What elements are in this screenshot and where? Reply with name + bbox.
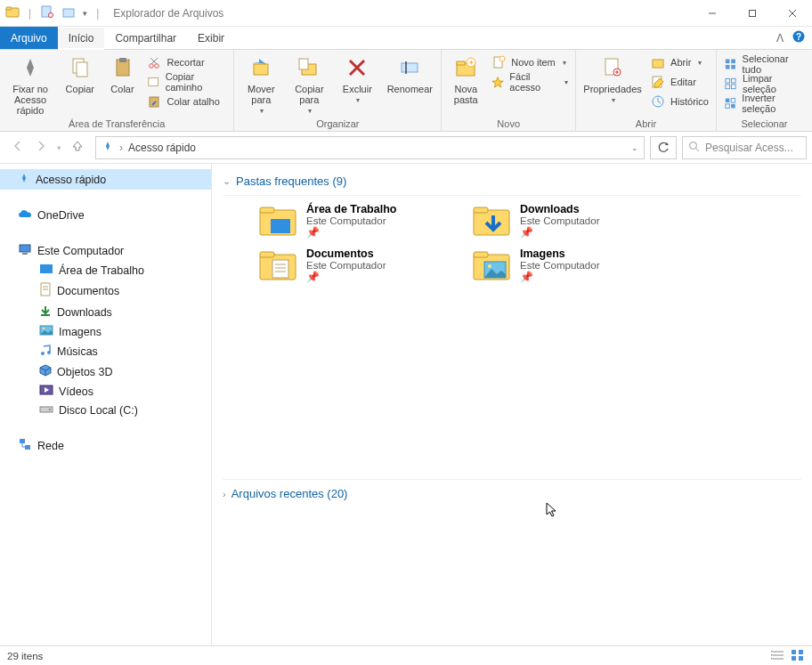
frequent-folders-grid: Área de Trabalho Este Computador 📌 Downl… <box>223 203 801 283</box>
folder-tile-documents[interactable]: Documentos Este Computador 📌 <box>258 247 445 283</box>
tab-file[interactable]: Arquivo <box>0 27 58 49</box>
help-icon[interactable]: ? <box>792 30 805 45</box>
search-input[interactable]: Pesquisar Acess... <box>682 136 807 159</box>
svg-marker-55 <box>106 142 110 150</box>
frequent-folders-header[interactable]: ⌄ Pastas frequentes (9) <box>223 171 801 196</box>
copy-to-button[interactable]: Copiar para▾ <box>289 53 329 115</box>
pin-icon: 📌 <box>306 271 386 283</box>
chevron-down-icon: ▾ <box>563 59 566 67</box>
ribbon-group-select: Selecionar tudo Limpar seleção Inverter … <box>717 50 812 131</box>
qat-properties-icon[interactable] <box>40 4 54 21</box>
svg-rect-50 <box>731 85 735 89</box>
svg-line-18 <box>150 58 157 64</box>
svg-rect-30 <box>457 61 465 65</box>
qat-separator: | <box>28 7 31 20</box>
delete-button[interactable]: Excluir▾ <box>337 53 377 104</box>
address-bar[interactable]: › Acesso rápido ⌄ <box>95 136 645 159</box>
sidebar-item-downloads[interactable]: Downloads <box>0 302 211 322</box>
qat-separator-2: | <box>96 7 99 20</box>
svg-rect-47 <box>726 78 730 83</box>
properties-button[interactable]: Propriedades▾ <box>583 53 642 104</box>
sidebar-item-this-pc[interactable]: Este Computador <box>0 240 211 261</box>
move-to-button[interactable]: Mover para▾ <box>241 53 280 115</box>
collapse-ribbon-icon[interactable]: ᐱ <box>776 32 784 45</box>
copy-label: Copiar <box>66 84 94 94</box>
folder-tile-downloads[interactable]: Downloads Este Computador 📌 <box>472 203 659 239</box>
group-clipboard-title: Área de Transferência <box>7 117 226 129</box>
svg-rect-15 <box>119 58 126 62</box>
maximize-button[interactable] <box>732 0 772 27</box>
details-view-icon[interactable] <box>771 649 785 663</box>
svg-rect-61 <box>22 253 28 255</box>
rename-button[interactable]: Renomear <box>386 53 434 94</box>
pin-quick-access-button[interactable]: Fixar no Acesso rápido <box>7 53 53 116</box>
svg-rect-98 <box>792 650 796 654</box>
ribbon-group-open: Propriedades▾ Abrir▾ Editar Histórico Ab… <box>576 50 717 131</box>
folder-tile-desktop[interactable]: Área de Trabalho Este Computador 📌 <box>258 203 445 239</box>
window-controls <box>692 0 812 27</box>
address-dropdown-icon[interactable]: ⌄ <box>631 143 638 152</box>
select-all-button[interactable]: Selecionar tudo <box>724 55 805 73</box>
tab-home[interactable]: Início <box>58 28 105 50</box>
cube-icon <box>39 364 52 379</box>
sidebar-item-onedrive[interactable]: OneDrive <box>0 206 211 224</box>
tab-share[interactable]: Compartilhar <box>104 27 187 49</box>
qat-dropdown-icon[interactable]: ▾ <box>83 9 87 18</box>
tab-view[interactable]: Exibir <box>187 27 235 49</box>
refresh-button[interactable] <box>650 136 677 159</box>
pin-icon <box>102 140 114 155</box>
svg-rect-83 <box>260 252 274 257</box>
minimize-button[interactable] <box>692 0 732 27</box>
sidebar-item-documents[interactable]: Documentos <box>0 280 211 302</box>
pin-icon: 📌 <box>306 226 396 239</box>
paste-button[interactable]: Colar <box>107 53 139 94</box>
drive-icon <box>39 403 53 417</box>
sidebar-item-music[interactable]: Músicas <box>0 341 211 361</box>
qat-newfolder-icon[interactable] <box>61 4 76 21</box>
svg-point-69 <box>41 352 45 355</box>
picture-icon <box>39 325 53 338</box>
folder-tile-pictures[interactable]: Imagens Este Computador 📌 <box>472 247 659 283</box>
svg-rect-43 <box>726 59 730 63</box>
copy-path-button[interactable]: Copiar caminho <box>147 73 226 91</box>
sidebar-item-pictures[interactable]: Imagens <box>0 322 211 341</box>
copy-button[interactable]: Copiar <box>62 53 97 94</box>
open-button[interactable]: Abrir▾ <box>651 53 709 71</box>
recent-dropdown-icon[interactable]: ▾ <box>57 143 61 152</box>
folder-icon <box>258 203 297 239</box>
back-button[interactable] <box>11 139 25 156</box>
easy-access-button[interactable]: Fácil acesso▾ <box>491 73 568 91</box>
svg-rect-101 <box>799 656 803 661</box>
svg-rect-78 <box>260 207 274 213</box>
sidebar-item-videos[interactable]: Vídeos <box>0 382 211 401</box>
sidebar-item-network[interactable]: Rede <box>0 435 211 456</box>
sidebar-item-3d-objects[interactable]: Objetos 3D <box>0 361 211 382</box>
folder-icon <box>472 247 511 283</box>
ribbon-group-new: ✦ Nova pasta Novo item▾ Fácil acesso▾ No… <box>442 50 576 131</box>
edit-button[interactable]: Editar <box>651 73 709 91</box>
sidebar-item-quick-access[interactable]: Acesso rápido <box>0 169 211 190</box>
history-button[interactable]: Histórico <box>651 93 709 110</box>
new-folder-button[interactable]: ✦ Nova pasta <box>449 53 483 105</box>
close-button[interactable] <box>772 0 812 27</box>
large-icons-view-icon[interactable] <box>791 649 805 663</box>
svg-rect-20 <box>149 78 158 86</box>
breadcrumb-separator: › <box>119 142 123 154</box>
pin-icon: 📌 <box>520 271 600 283</box>
breadcrumb-location[interactable]: Acesso rápido <box>128 142 196 154</box>
main-body: Acesso rápido OneDrive Este Computador Á… <box>0 164 812 645</box>
recent-files-header[interactable]: › Arquivos recentes (20) <box>223 479 801 506</box>
forward-button[interactable] <box>34 139 48 156</box>
sidebar-item-desktop[interactable]: Área de Trabalho <box>0 261 211 280</box>
chevron-right-icon: › <box>223 489 226 499</box>
paste-shortcut-button[interactable]: Colar atalho <box>147 93 226 110</box>
up-button[interactable] <box>70 139 85 156</box>
music-icon <box>39 344 52 359</box>
new-item-button[interactable]: Novo item▾ <box>491 53 568 71</box>
sidebar-item-local-disk[interactable]: Disco Local (C:) <box>0 401 211 419</box>
cut-button[interactable]: Recortar <box>147 53 226 71</box>
invert-selection-button[interactable]: Inverter seleção <box>724 94 805 112</box>
select-none-button[interactable]: Limpar seleção <box>724 75 805 93</box>
svg-point-3 <box>49 13 53 18</box>
search-placeholder: Pesquisar Acess... <box>705 142 793 154</box>
